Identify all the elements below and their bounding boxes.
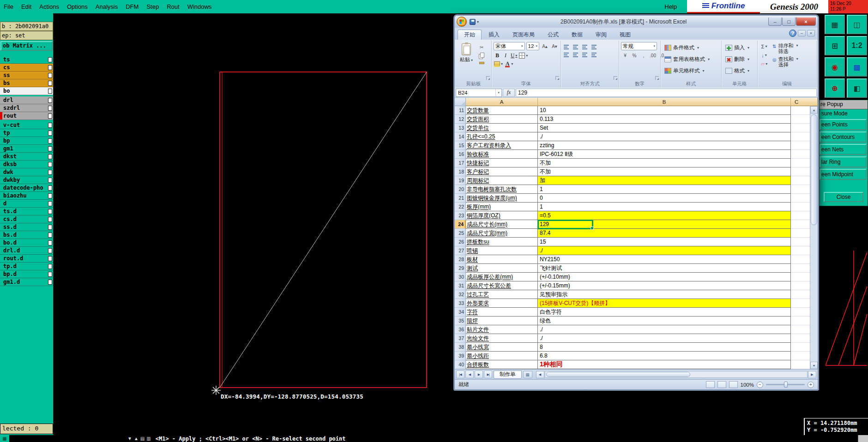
row-header-26[interactable]: 26	[455, 238, 466, 246]
row-header-35[interactable]: 35	[455, 317, 466, 325]
cell-b28[interactable]: NY2150	[538, 255, 791, 264]
row-header-30[interactable]: 30	[455, 273, 466, 281]
first-sheet-button[interactable]	[456, 370, 464, 378]
name-box-dropdown-icon[interactable]	[495, 89, 501, 96]
layer-row-dksb[interactable]: dksb	[0, 161, 53, 168]
ribbon-tab[interactable]: 插入	[482, 30, 506, 40]
layer-toggle[interactable]	[48, 225, 52, 230]
number-format-button[interactable]: ,	[639, 52, 648, 59]
italic-button[interactable]: I	[502, 52, 509, 59]
row-header-13[interactable]: 13	[455, 124, 466, 132]
cell-a26[interactable]: 拼板数su	[466, 238, 538, 246]
fill-color-button[interactable]	[494, 60, 503, 67]
layer-toggle[interactable]	[48, 280, 52, 285]
layer-toggle[interactable]	[48, 201, 52, 206]
scroll-up-arrow[interactable]	[810, 106, 818, 113]
layer-toggle[interactable]	[48, 185, 52, 191]
pan-view-icon[interactable]: ⊞	[825, 36, 845, 55]
name-box[interactable]: B24	[456, 89, 502, 97]
autosum-button[interactable]: Σ	[760, 43, 769, 50]
cell-b14[interactable]: ./	[538, 132, 791, 141]
shrink-font-button[interactable]: A▾	[550, 43, 559, 49]
ribbon-tab[interactable]: 开始	[458, 30, 482, 40]
row-header-11[interactable]: 11	[455, 106, 466, 115]
layer-toggle[interactable]	[48, 233, 52, 238]
menu-item-file[interactable]: File	[4, 3, 13, 10]
layer-row-biaozhu[interactable]: biaozhu	[0, 192, 53, 200]
layer-row-datecode-pho[interactable]: datecode-pho	[0, 184, 53, 192]
cell-b20[interactable]: 1	[538, 185, 791, 194]
cell-b22[interactable]: 1	[538, 203, 791, 211]
menu-item-dfm[interactable]: DFM	[126, 3, 139, 10]
ribbon-tab[interactable]: 视图	[614, 30, 637, 40]
layer-toggle[interactable]	[48, 98, 52, 103]
menu-item-help[interactable]: Help	[664, 3, 677, 10]
close-window-button[interactable]	[796, 18, 816, 26]
excel-title-bar[interactable]: ▾ 2B002091A0制作单.xls [兼容模式] - Microsoft E…	[455, 16, 818, 28]
close-button[interactable]: Close	[824, 192, 863, 202]
layer-toggle[interactable]	[48, 162, 52, 167]
doc2-icon[interactable]: ▥	[146, 436, 151, 442]
layer-row-gm1.d[interactable]: gm1.d	[0, 278, 53, 286]
layer-row-cs.d[interactable]: cs.d	[0, 215, 53, 223]
insert-worksheet-button[interactable]	[523, 371, 532, 378]
cell-b24[interactable]: 129	[538, 220, 791, 229]
format-cells-button[interactable]: 格式	[723, 65, 755, 77]
layer-toggle[interactable]	[48, 154, 52, 159]
cell-b31[interactable]: (+/-0.15mm)	[538, 281, 791, 290]
conditional-formatting-button[interactable]: 条件格式	[663, 42, 719, 54]
column-header-b[interactable]: B	[538, 98, 791, 106]
cell-a37[interactable]: 光绘文件	[466, 334, 538, 343]
layer-row-drl.d[interactable]: drl.d	[0, 247, 53, 255]
layer-row-rout.d[interactable]: rout.d	[0, 255, 53, 263]
layer-toggle[interactable]	[48, 248, 52, 253]
wrap-text-icon[interactable]	[591, 43, 598, 50]
page-break-view-button[interactable]	[729, 381, 738, 388]
scroll-right-arrow[interactable]	[808, 371, 816, 378]
row-header-24[interactable]: 24	[455, 220, 466, 229]
menu-item-step[interactable]: Step	[146, 3, 159, 10]
next-sheet-button[interactable]	[475, 370, 483, 378]
menu-item-options[interactable]: Options	[67, 3, 88, 10]
menu-item-edit[interactable]: Edit	[21, 3, 31, 10]
menu-item-windows[interactable]: Windows	[187, 3, 212, 10]
align-bottom-icon[interactable]	[581, 43, 589, 50]
number-format-button[interactable]: .00	[649, 52, 657, 59]
normal-view-button[interactable]	[706, 381, 715, 388]
measure-option[interactable]: lar Ring	[820, 156, 867, 167]
layer-row-ss.d[interactable]: ss.d	[0, 223, 53, 231]
workbook-minimize-button[interactable]	[798, 30, 806, 36]
layer-toggle[interactable]	[48, 73, 52, 78]
layer-row-rout[interactable]: rout	[0, 112, 53, 120]
layer-row-tp[interactable]: tp	[0, 129, 53, 137]
row-header-33[interactable]: 33	[455, 299, 466, 308]
measure-option[interactable]: een Points	[820, 119, 867, 130]
cell-a23[interactable]: 铜箔厚度(OZ)	[466, 211, 538, 220]
cell-a24[interactable]: 成品尺寸长(mm)	[466, 220, 538, 229]
cell-a35[interactable]: 阻焊	[466, 317, 538, 325]
layer-toggle[interactable]	[48, 272, 52, 277]
row-header-12[interactable]: 12	[455, 115, 466, 124]
zoom-home-icon[interactable]: ⊕	[825, 78, 845, 98]
scroll-left-arrow[interactable]	[536, 371, 544, 378]
scrollbar-thumb[interactable]	[811, 114, 817, 225]
row-header-32[interactable]: 32	[455, 290, 466, 299]
cell-a30[interactable]: 成品板厚公差(mm)	[466, 273, 538, 281]
layer-row-cs[interactable]: cs	[0, 64, 53, 72]
sheet-tab[interactable]: 制作单	[494, 370, 522, 379]
office-button[interactable]	[457, 17, 467, 27]
layer-row-gm1[interactable]: gm1	[0, 145, 53, 153]
cell-a17[interactable]: 快捷标记	[466, 159, 538, 167]
layer-row-dkst[interactable]: dkst	[0, 153, 53, 161]
cell-a28[interactable]: 板材	[466, 255, 538, 264]
layer-row-bo.d[interactable]: bo.d	[0, 239, 53, 247]
layer-toggle[interactable]	[48, 65, 52, 70]
sort-filter-button[interactable]: ⇅ 排序和筛选	[772, 43, 798, 54]
paste-button[interactable]: 粘贴	[458, 42, 475, 79]
cell-b25[interactable]: 87.4	[538, 229, 791, 238]
row-header-28[interactable]: 28	[455, 255, 466, 264]
layer-row-drl[interactable]: drl	[0, 96, 53, 104]
font-size-select[interactable]: 12▾	[526, 42, 539, 50]
insert-function-button[interactable]: fx	[503, 89, 515, 97]
layer-row-bs[interactable]: bs	[0, 79, 53, 87]
